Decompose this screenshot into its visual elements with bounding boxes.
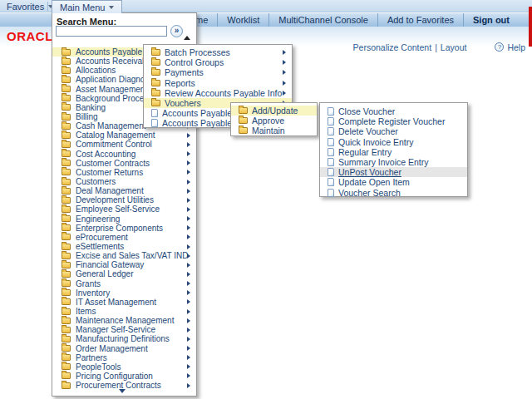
submenu-arrow-icon xyxy=(187,364,190,369)
folder-icon xyxy=(62,95,71,101)
menu-item[interactable]: Delete Voucher xyxy=(320,126,467,136)
menu-item[interactable]: Deal Management xyxy=(52,186,196,195)
folder-icon xyxy=(151,80,160,86)
folder-icon xyxy=(62,372,71,379)
submenu-arrow-icon xyxy=(187,198,190,203)
submenu-arrow-icon xyxy=(187,234,190,239)
folder-icon xyxy=(62,224,71,231)
folder-icon xyxy=(62,86,71,92)
folder-icon xyxy=(62,67,71,74)
menu-item[interactable]: Maintain xyxy=(231,126,317,135)
folder-icon xyxy=(62,345,71,352)
menu-item[interactable]: Control Groups xyxy=(144,57,292,67)
submenu-arrow-icon xyxy=(187,290,190,295)
folder-icon xyxy=(62,298,71,305)
add-update-submenu: Close Voucher Complete Register Voucher … xyxy=(319,102,468,197)
scroll-down-icon[interactable] xyxy=(119,389,126,393)
submenu-arrow-icon xyxy=(187,207,190,212)
submenu-arrow-icon xyxy=(187,281,190,286)
menu-item[interactable]: Quick Invoice Entry xyxy=(320,137,467,147)
menu-item[interactable]: Add/Update xyxy=(231,106,317,116)
folder-icon xyxy=(62,318,71,324)
search-go-button[interactable]: » xyxy=(170,25,183,37)
submenu-arrow-icon xyxy=(187,355,190,360)
menu-item[interactable]: Partners xyxy=(52,353,196,362)
submenu-arrow-icon xyxy=(187,133,190,138)
page-icon xyxy=(328,189,334,197)
menu-item[interactable]: eSettlements xyxy=(52,242,196,251)
menu-item[interactable]: Customer Contracts xyxy=(52,159,196,168)
menu-item[interactable]: Update Open Item xyxy=(320,177,467,187)
favorites-label: Favorites xyxy=(7,2,44,12)
folder-icon xyxy=(62,188,71,195)
favorites-menu[interactable]: Favorites xyxy=(7,0,53,12)
help-icon[interactable]: ? xyxy=(495,42,504,52)
menu-item[interactable]: Enterprise Components xyxy=(52,224,196,233)
menu-item[interactable]: Order Management xyxy=(52,344,196,353)
red-edge-stripe xyxy=(529,7,532,47)
main-menu-tab[interactable]: Main Menu xyxy=(52,0,122,13)
submenu-arrow-icon xyxy=(187,309,190,314)
menu-item[interactable]: eProcurement xyxy=(52,233,196,242)
menu-item[interactable]: Approve xyxy=(231,116,317,126)
menu-item[interactable]: Customer Returns xyxy=(52,168,196,177)
menu-item[interactable]: Items xyxy=(52,307,196,316)
folder-icon xyxy=(239,127,248,134)
menu-item[interactable]: Manager Self-Service xyxy=(52,325,196,334)
folder-icon xyxy=(62,132,71,139)
menu-item[interactable]: Employee Self-Service xyxy=(52,204,196,214)
folder-icon xyxy=(62,114,71,121)
folder-icon xyxy=(62,289,71,296)
menu-item[interactable]: Manufacturing Definitions xyxy=(52,334,196,343)
submenu-arrow-icon xyxy=(283,50,286,55)
menu-item[interactable]: UnPost Voucher xyxy=(320,167,467,177)
menu-item[interactable]: Review Accounts Payable Info xyxy=(144,88,292,98)
menu-bar: Favorites Main Menu xyxy=(0,0,532,12)
menu-item[interactable]: Pricing Configuration xyxy=(52,372,196,381)
menu-item[interactable]: Financial Gateway xyxy=(52,260,196,269)
menu-item[interactable]: Reports xyxy=(144,78,292,88)
nav-link[interactable]: Sign out xyxy=(463,13,519,27)
menu-item[interactable]: Payments xyxy=(144,67,292,77)
menu-item[interactable]: General Ledger xyxy=(52,269,196,278)
nav-link[interactable]: Add to Favorites xyxy=(377,13,463,27)
menu-item[interactable]: Batch Processes xyxy=(144,47,292,57)
layout-link[interactable]: Layout xyxy=(441,42,467,52)
folder-icon xyxy=(239,117,248,124)
menu-item[interactable]: Customers xyxy=(52,177,196,186)
submenu-arrow-icon xyxy=(187,225,190,230)
menu-item[interactable]: PeopleTools xyxy=(52,362,196,372)
help-group: ? Help xyxy=(495,42,525,52)
menu-item[interactable]: Excise and Sales Tax/VAT IND xyxy=(52,251,196,260)
menu-item[interactable]: Complete Register Voucher xyxy=(320,116,467,126)
folder-icon xyxy=(62,123,71,130)
divider xyxy=(47,2,48,11)
personalize-content-link[interactable]: Personalize Content xyxy=(353,42,432,52)
folder-icon xyxy=(62,169,71,175)
scroll-up-icon[interactable] xyxy=(184,36,190,40)
page-icon xyxy=(328,107,334,116)
search-input[interactable] xyxy=(56,26,167,37)
menu-item[interactable]: IT Asset Management xyxy=(52,298,196,307)
folder-icon xyxy=(62,179,71,185)
menu-item[interactable]: Summary Invoice Entry xyxy=(320,157,467,167)
folder-icon xyxy=(151,100,160,106)
folder-icon xyxy=(62,363,71,370)
help-link[interactable]: Help xyxy=(507,42,525,52)
menu-item[interactable]: Development Utilities xyxy=(52,195,196,204)
chevron-down-icon xyxy=(109,6,114,9)
menu-item[interactable]: Voucher Search xyxy=(320,188,467,198)
menu-item[interactable]: Commitment Control xyxy=(52,140,196,149)
nav-link[interactable]: MultiChannel Console xyxy=(268,13,377,27)
page-controls: Personalize Content | Layout ? Help xyxy=(353,42,525,52)
menu-item[interactable]: Maintenance Management xyxy=(52,316,196,325)
menu-item[interactable]: Regular Entry xyxy=(320,147,467,157)
menu-item[interactable]: Close Voucher xyxy=(320,106,467,116)
menu-item[interactable]: Inventory xyxy=(52,288,196,298)
menu-item[interactable]: Engineering xyxy=(52,214,196,224)
menu-item[interactable]: Grants xyxy=(52,279,196,288)
menu-item[interactable]: Catalog Management xyxy=(52,131,196,140)
menu-item[interactable]: Cost Accounting xyxy=(52,150,196,159)
nav-link[interactable]: Worklist xyxy=(217,13,268,27)
main-menu-label: Main Menu xyxy=(60,2,105,12)
